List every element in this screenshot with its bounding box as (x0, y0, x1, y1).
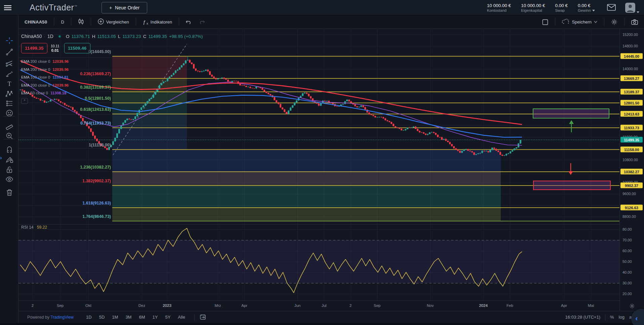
legend-collapse-button[interactable]: ⌃ (21, 98, 28, 104)
chart-style-button[interactable] (75, 15, 87, 29)
hide-all-icon[interactable] (4, 174, 14, 184)
legend-interval[interactable]: 1D (47, 34, 53, 39)
logo-tm: ™ (74, 5, 77, 8)
price-tick-label: 14000.00 (622, 67, 638, 71)
trend-line-icon[interactable] (4, 47, 14, 57)
price-axis[interactable]: 15200.0014800.0014000.0011600.0010800.00… (619, 29, 644, 311)
mail-icon[interactable] (607, 4, 616, 12)
fib-price-badge: 11158.00 (620, 147, 643, 152)
range-button-5y[interactable]: 5Y (162, 314, 173, 321)
clock-display[interactable]: 16:03:28 (UTC+1) (565, 315, 600, 320)
fib-level-label: 0.618(12413.63) (18, 107, 111, 112)
percent-scale-button[interactable]: % (610, 315, 614, 320)
account-label: Gewinn (578, 8, 595, 12)
time-tick-label: Mai (588, 304, 594, 308)
brush-icon[interactable] (4, 69, 14, 79)
save-layout-button[interactable]: Speichern (559, 15, 601, 29)
time-tick-label: Jul (322, 304, 327, 308)
new-order-button[interactable]: + Neue Order (102, 2, 147, 13)
account-metric: 0.00 € Gewinn (578, 3, 595, 12)
range-button-1d[interactable]: 1D (83, 314, 95, 321)
time-tick-label: 2 (350, 304, 352, 308)
account-metric: 10 000.00 € Eigenkapital (521, 3, 545, 12)
axis-settings-icon[interactable] (629, 303, 635, 310)
legend-symbol[interactable]: ChinaA50 (21, 34, 42, 39)
avatar (625, 3, 635, 14)
sell-button[interactable]: 11499.35 (21, 43, 47, 53)
fib-fork-icon[interactable] (4, 58, 14, 68)
ema-legend-row[interactable]: EMA 200 close 0 12039.96 (21, 67, 69, 72)
zoom-in-icon[interactable] (4, 131, 14, 141)
layout-select-button[interactable] (539, 15, 552, 29)
xabcd-pattern-icon[interactable] (4, 89, 14, 99)
range-button-5d[interactable]: 5D (96, 314, 108, 321)
account-value: 0.00 € (555, 3, 568, 8)
symbol-search-button[interactable]: CHINAA50 (18, 15, 50, 29)
crosshair-icon[interactable] (4, 36, 14, 46)
emoji-icon[interactable] (4, 108, 14, 118)
ema-legend-row[interactable]: EMA 200 close 0 12039.96 (21, 59, 69, 63)
buy-button[interactable]: 11509.46 (64, 43, 90, 53)
account-value: 10 000.00 € (521, 3, 545, 8)
go-to-date-button[interactable] (197, 311, 210, 323)
chevron-down-icon[interactable] (592, 10, 595, 11)
forecast-icon[interactable] (4, 98, 14, 108)
menu-icon[interactable] (0, 5, 15, 10)
indicators-button[interactable]: ƒx Indikatoren (139, 15, 175, 29)
user-menu[interactable] (625, 3, 639, 14)
range-button-1y[interactable]: 1Y (150, 314, 161, 321)
price-tick-label: 15200.00 (622, 33, 638, 37)
ema-legend-row[interactable]: EMA 50 close 0 11308.18 (21, 91, 66, 95)
footer-strip (0, 323, 644, 325)
fib-price-badge: 14445.00 (620, 53, 643, 59)
chevron-down-icon (594, 21, 597, 23)
account-label: Eigenkapital (521, 8, 545, 12)
quote-panel: 11499.35 10.11 0.01 11509.46 (21, 43, 90, 53)
range-button-alle[interactable]: Alle (175, 314, 188, 321)
drawing-lock-icon[interactable] (4, 154, 14, 165)
interval-button[interactable]: D (57, 15, 67, 29)
rsi-tick-label: 30.00 (622, 281, 632, 285)
lock-all-icon[interactable] (4, 165, 14, 175)
time-tick-label: Feb (507, 304, 513, 308)
chart-settings-button[interactable] (608, 15, 621, 29)
account-label: Kontostand (487, 8, 511, 12)
tradingview-link[interactable]: TradingView (50, 315, 74, 320)
low-value: 11373.23 (122, 34, 141, 39)
redo-button[interactable] (195, 15, 208, 29)
fib-level-label: 0.5(12801.50) (18, 96, 111, 101)
svg-text:T: T (8, 81, 11, 87)
account-value: 10 000.00 € (487, 3, 511, 8)
ema-legend-row[interactable]: EMA 100 close 0 11594.81 (21, 75, 69, 79)
range-button-6m[interactable]: 6M (136, 314, 148, 321)
ema-legend-row[interactable]: EMA 200 close 0 12039.96 (21, 83, 69, 87)
fib-price-badge: 9126.63 (620, 205, 643, 211)
fib-level-label: 1.764(8646.73) (18, 214, 111, 219)
fib-level-label: 0.764(11933.73) (18, 121, 111, 126)
cloud-icon (562, 19, 569, 25)
text-icon[interactable]: T (4, 79, 14, 89)
change-value: +98.95 (+0.87%) (169, 34, 203, 39)
chart-legend: ChinaA50 · 1D O11376.71 H11513.05 L11373… (21, 34, 203, 39)
log-scale-button[interactable]: log (619, 315, 625, 320)
account-label: Swap (555, 8, 568, 12)
time-tick-label: 2024 (479, 304, 488, 308)
ruler-icon[interactable] (4, 121, 14, 131)
compare-button[interactable]: Vergleichen (94, 15, 132, 29)
time-tick-label: Apr (561, 304, 567, 308)
market-status-icon[interactable] (58, 35, 61, 38)
rsi-legend[interactable]: RSI 14 59.22 (21, 225, 47, 230)
time-tick-label: Jun (294, 304, 301, 308)
range-button-3m[interactable]: 3M (122, 314, 134, 321)
time-axis[interactable]: 2SepOktDez2023MrzAprJunJul2SepNov2024Feb… (18, 300, 619, 311)
time-tick-label: 2023 (163, 304, 171, 308)
undo-button[interactable] (183, 15, 195, 29)
remove-all-icon[interactable] (4, 187, 14, 197)
snapshot-camera-button[interactable] (628, 15, 641, 29)
powered-by: Powered by TradingView (27, 315, 74, 320)
panel-expand-chevron[interactable]: › (0, 154, 2, 161)
range-button-1m[interactable]: 1M (109, 314, 121, 321)
magnet-icon[interactable] (4, 144, 14, 154)
rsi-tick-label: 20.00 (622, 292, 632, 296)
time-tick-label: 2 (32, 304, 34, 308)
